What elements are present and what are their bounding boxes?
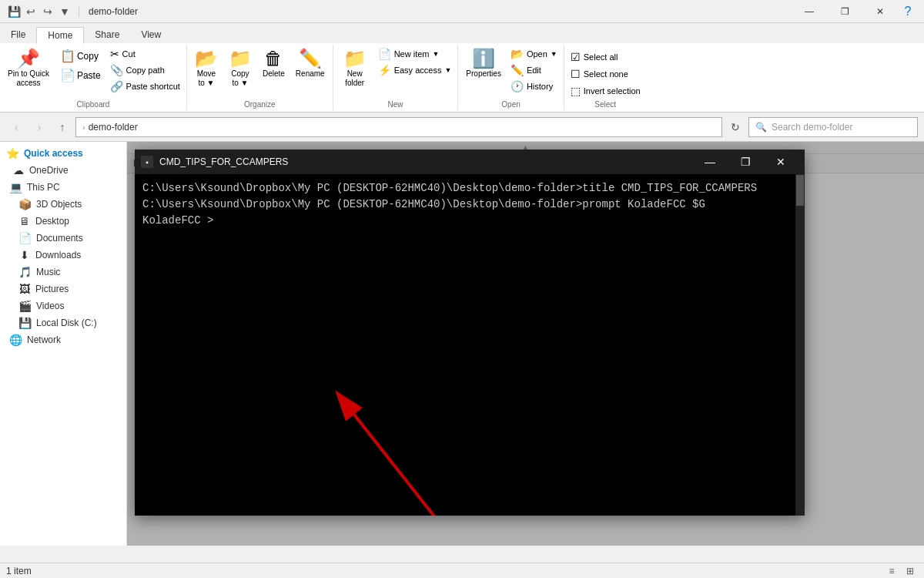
help-icon[interactable]: ?	[898, 0, 918, 23]
sidebar-item-quick-access[interactable]: ⭐ Quick access	[0, 145, 126, 162]
qat-redo[interactable]: ↪	[40, 4, 55, 19]
rename-button[interactable]: ✏️ Rename	[291, 46, 330, 81]
large-icons-view-button[interactable]: ⊞	[902, 564, 918, 578]
cut-button[interactable]: ✂ Cut	[107, 46, 183, 62]
paste-button[interactable]: 📄 Paste	[55, 66, 105, 85]
network-icon: 🌐	[9, 334, 22, 346]
forward-button[interactable]: ›	[29, 117, 49, 137]
copy-path-label: Copy path	[126, 66, 165, 75]
history-label: History	[527, 82, 553, 91]
cmd-window[interactable]: ▪ CMD_TIPS_FOR_CCAMPERS — ❐ ✕ C:\Users\K…	[135, 150, 805, 516]
sidebar-item-music[interactable]: 🎵 Music	[0, 264, 126, 281]
address-bar[interactable]: › demo-folder	[75, 117, 722, 137]
sidebar-item-this-pc[interactable]: 💻 This PC	[0, 179, 126, 196]
this-pc-icon: 💻	[9, 181, 22, 193]
delete-button[interactable]: 🗑 Delete	[258, 46, 290, 81]
sidebar-item-downloads[interactable]: ⬇ Downloads	[0, 247, 126, 264]
tab-file[interactable]: File	[0, 26, 36, 43]
open-icon: 📂	[511, 48, 524, 60]
cmd-maximize[interactable]: ❐	[728, 150, 763, 174]
sidebar-item-videos[interactable]: 🎬 Videos	[0, 297, 126, 314]
edit-label: Edit	[527, 66, 541, 75]
qat-undo[interactable]: ↩	[23, 4, 38, 19]
sidebar-item-pictures[interactable]: 🖼 Pictures	[0, 281, 126, 297]
select-none-button[interactable]: ☐ Select none	[567, 66, 644, 82]
qat-save[interactable]: 💾	[6, 4, 22, 19]
sidebar-item-network[interactable]: 🌐 Network	[0, 331, 126, 348]
window-maximize[interactable]: ❐	[827, 0, 862, 23]
sidebar-item-3d-objects[interactable]: 📦 3D Objects	[0, 196, 126, 213]
sidebar-network-label: Network	[27, 334, 61, 345]
cmd-scrollbar-thumb[interactable]	[796, 175, 804, 206]
window-close[interactable]: ✕	[862, 0, 898, 23]
clipboard-items: 📌 Pin to Quickaccess 📋 Copy 📄 Paste ✂ Cu…	[3, 46, 183, 99]
cmd-minimize[interactable]: —	[692, 150, 728, 174]
3d-objects-icon: 📦	[18, 198, 32, 210]
paste-shortcut-label: Paste shortcut	[126, 82, 180, 91]
properties-icon: ℹ️	[472, 49, 495, 68]
back-button[interactable]: ‹	[6, 117, 26, 137]
sidebar-downloads-label: Downloads	[35, 250, 81, 260]
new-item-button[interactable]: 📄 New item ▼	[375, 46, 455, 62]
open-button[interactable]: 📂 Open ▼	[507, 46, 561, 62]
sidebar-item-desktop[interactable]: 🖥 Desktop	[0, 213, 126, 230]
cut-label: Cut	[122, 49, 136, 59]
cmd-scrollbar[interactable]	[795, 174, 805, 516]
onedrive-icon: ☁	[12, 164, 25, 176]
delete-label: Delete	[263, 69, 285, 78]
cmd-title: CMD_TIPS_FOR_CCAMPERS	[159, 156, 288, 167]
properties-button[interactable]: ℹ️ Properties	[461, 46, 506, 81]
new-items: 📁 Newfolder 📄 New item ▼ ⚡ Easy access ▼	[336, 46, 455, 99]
sidebar-item-onedrive[interactable]: ☁ OneDrive	[0, 162, 126, 179]
properties-label: Properties	[466, 69, 501, 78]
sidebar-videos-label: Videos	[36, 301, 64, 311]
status-count: 1 item	[6, 566, 32, 576]
details-view-button[interactable]: ≡	[884, 564, 899, 578]
edit-button[interactable]: ✏️ Edit	[507, 62, 561, 78]
qat-dropdown[interactable]: ▼	[57, 4, 72, 19]
up-button[interactable]: ↑	[52, 117, 72, 137]
sidebar-item-documents[interactable]: 📄 Documents	[0, 230, 126, 247]
new-item-label: New item	[394, 49, 430, 59]
tab-view[interactable]: View	[130, 26, 172, 43]
easy-access-button[interactable]: ⚡ Easy access ▼	[375, 62, 455, 78]
copy-icon: 📋	[60, 49, 75, 63]
title-bar-left: 💾 ↩ ↪ ▼ demo-folder	[6, 4, 138, 19]
search-placeholder: Search demo-folder	[772, 122, 852, 133]
invert-selection-button[interactable]: ⬚ Invert selection	[567, 83, 644, 99]
refresh-button[interactable]: ↻	[725, 117, 745, 137]
new-folder-button[interactable]: 📁 Newfolder	[336, 46, 373, 91]
cmd-close[interactable]: ✕	[763, 150, 798, 174]
sidebar-item-local-disk[interactable]: 💾 Local Disk (C:)	[0, 314, 126, 331]
tab-home[interactable]: Home	[36, 27, 84, 44]
cut-col: ✂ Cut 📎 Copy path 🔗 Paste shortcut	[107, 46, 183, 94]
paste-icon: 📄	[60, 68, 75, 82]
organize-label: Organize	[190, 99, 330, 109]
select-all-button[interactable]: ☑ Select all	[567, 49, 644, 65]
main-area: ⭐ Quick access ☁ OneDrive 💻 This PC 📦 3D…	[0, 142, 924, 546]
open-label: Open	[527, 49, 547, 59]
ribbon-group-open: ℹ️ Properties 📂 Open ▼ ✏️ Edit 🕐 History	[458, 45, 564, 110]
window-minimize[interactable]: —	[792, 0, 827, 23]
copy-to-button[interactable]: 📁 Copyto ▼	[224, 46, 256, 91]
new-item-icon: 📄	[378, 48, 391, 60]
history-button[interactable]: 🕐 History	[507, 79, 561, 94]
copy-label: Copy	[77, 51, 99, 62]
sidebar-music-label: Music	[36, 267, 60, 277]
move-to-button[interactable]: 📂 Moveto ▼	[190, 46, 223, 91]
select-all-label: Select all	[584, 52, 618, 62]
move-icon: 📂	[195, 49, 218, 68]
pin-to-quick-access-button[interactable]: 📌 Pin to Quickaccess	[3, 46, 54, 91]
cmd-titlebar: ▪ CMD_TIPS_FOR_CCAMPERS — ❐ ✕	[135, 150, 805, 174]
red-arrow	[135, 199, 805, 516]
paste-shortcut-button[interactable]: 🔗 Paste shortcut	[107, 79, 183, 94]
select-none-label: Select none	[584, 69, 628, 79]
cmd-window-controls: — ❐ ✕	[692, 150, 798, 174]
videos-icon: 🎬	[18, 300, 32, 312]
cmd-app-icon: ▪	[141, 156, 153, 168]
new-item-col: 📄 New item ▼ ⚡ Easy access ▼	[375, 46, 455, 78]
copy-path-button[interactable]: 📎 Copy path	[107, 62, 183, 78]
copy-button[interactable]: 📋 Copy	[55, 46, 105, 66]
tab-share[interactable]: Share	[84, 26, 130, 43]
search-box[interactable]: 🔍 Search demo-folder	[748, 117, 918, 137]
